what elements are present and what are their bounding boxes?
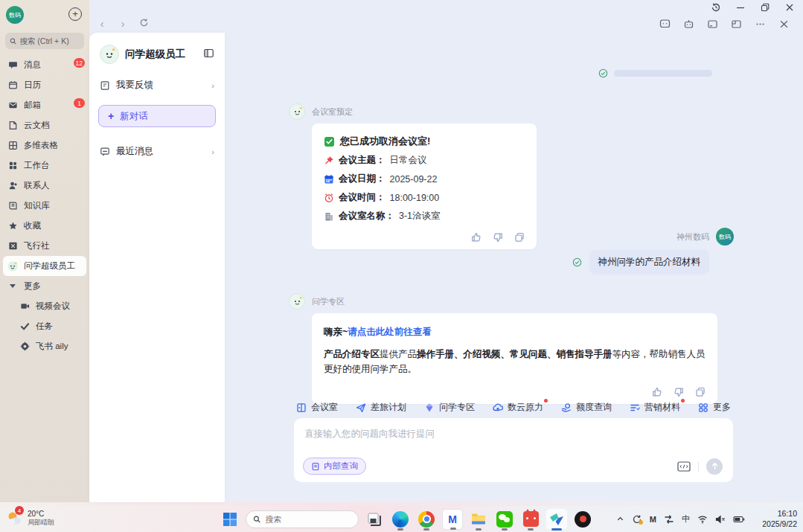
sidebar-item-knowledge[interactable]: 知识库 — [0, 196, 89, 216]
quick-action-more[interactable]: 更多 — [698, 401, 731, 414]
close-panel-icon[interactable] — [778, 18, 790, 30]
sidebar-item-assistant[interactable]: 问学超级员工 — [3, 256, 86, 276]
quick-action-travel-plan[interactable]: 差旅计划 — [356, 401, 406, 414]
quick-action-marketing[interactable]: 营销材料 — [630, 401, 680, 414]
feedback-item[interactable]: 我要反馈 › — [89, 71, 225, 99]
refresh-icon[interactable] — [138, 18, 149, 30]
red-cat-app[interactable] — [520, 509, 541, 530]
minimize-icon[interactable] — [735, 1, 746, 13]
meeting-card: 您已成功取消会议室! 会议主题： 日常会议 会议日期： 2025-09-22 会… — [312, 124, 537, 249]
taskbar-clock[interactable]: 16:10 2025/9/22 — [762, 509, 797, 529]
restore-icon[interactable] — [759, 1, 771, 13]
quick-action-quota[interactable]: 额度查询 — [561, 401, 612, 414]
recorder-app[interactable] — [572, 509, 593, 530]
sidebar-item-video-meeting[interactable]: 视频会议 — [0, 296, 89, 316]
quick-actions-bar: 会议室 差旅计划 问学专区 数云原力 额度查询 营销材料 更多 — [296, 401, 731, 414]
mini-window-icon[interactable] — [706, 18, 718, 30]
m-app-icon: M — [448, 513, 457, 525]
taskbar-weather[interactable]: 4 20°C 局部晴朗 — [4, 508, 54, 528]
add-icon[interactable]: + — [68, 7, 82, 21]
alarm-clock-icon — [324, 193, 334, 203]
chat-input[interactable] — [304, 429, 723, 439]
sidebar-item-aily[interactable]: 飞书 aily — [0, 336, 89, 356]
send-button[interactable] — [706, 458, 723, 475]
sidebar-item-tasks[interactable]: 任务 — [0, 316, 89, 336]
network-activity-icon[interactable] — [664, 515, 674, 524]
message-icon[interactable] — [659, 18, 671, 30]
user-message: 神州数码 数码 神州问学的产品介绍材料 — [572, 228, 735, 275]
m-app[interactable]: M — [442, 509, 463, 530]
thumbs-down-icon[interactable] — [493, 232, 503, 243]
taskbar-search[interactable] — [246, 510, 359, 528]
copy-icon[interactable] — [695, 387, 706, 397]
shortcut-commands-icon[interactable] — [677, 461, 691, 472]
volume-muted-icon[interactable] — [715, 515, 726, 524]
sync-status-icon[interactable] — [632, 514, 642, 525]
sidebar-item-contacts[interactable]: 联系人 — [0, 176, 89, 196]
sidebar-item-label: 日历 — [24, 80, 41, 91]
meeting-time-row: 会议时间： 18:00-19:00 — [324, 191, 525, 204]
sidebar-item-base[interactable]: 多维表格 — [0, 135, 89, 156]
bold-text: 操作手册、介绍视频、常见问题、销售指导手册 — [417, 349, 612, 359]
thumbs-down-icon[interactable] — [674, 387, 684, 397]
chrome-app[interactable] — [416, 509, 437, 530]
unread-badge: 12 — [74, 58, 85, 68]
file-explorer-app[interactable] — [468, 509, 489, 530]
new-chat-button[interactable]: + 新对话 — [98, 105, 216, 127]
more-icon[interactable] — [754, 18, 766, 30]
robot-icon[interactable] — [682, 18, 694, 30]
taskbar-search-input[interactable] — [266, 515, 352, 524]
sidebar-item-feixingshe[interactable]: 飞行社 — [0, 236, 89, 256]
sidebar-item-mail[interactable]: 邮箱 1 — [0, 95, 89, 115]
message-actions — [324, 387, 706, 397]
quick-action-meeting-room[interactable]: 会议室 — [296, 401, 338, 414]
wechat-app[interactable] — [494, 509, 515, 530]
quick-action-zone[interactable]: 问学专区 — [424, 401, 475, 414]
copy-icon[interactable] — [514, 232, 525, 243]
m-tray-icon[interactable]: M — [650, 515, 656, 524]
user-avatar[interactable]: 数码 — [6, 6, 24, 24]
sidebar-item-calendar[interactable]: 日历 — [0, 75, 89, 95]
back-icon[interactable]: ‹ — [97, 18, 107, 30]
sidebar-item-label: 问学超级员工 — [24, 260, 75, 272]
task-view-button[interactable] — [364, 509, 385, 530]
thumbs-up-icon[interactable] — [652, 387, 662, 397]
search-input[interactable] — [19, 36, 80, 45]
start-button[interactable] — [220, 509, 240, 530]
sidebar-item-docs[interactable]: 云文档 — [0, 115, 89, 135]
close-window-icon[interactable] — [784, 1, 796, 13]
cloud-doc-icon — [7, 121, 18, 131]
bot-avatar[interactable] — [289, 293, 305, 310]
quick-action-label: 营销材料 — [644, 401, 680, 414]
sidebar-item-messages[interactable]: 消息 12 — [0, 55, 89, 75]
user-avatar[interactable]: 数码 — [716, 228, 734, 246]
go-view-link[interactable]: 请点击此处前往查看 — [348, 327, 432, 337]
field-label: 会议室名称： — [339, 210, 394, 222]
sidebar-item-workbench[interactable]: 工作台 — [0, 156, 89, 176]
search-icon — [10, 37, 16, 45]
weather-temp: 20°C — [28, 509, 54, 519]
battery-icon[interactable] — [733, 516, 745, 523]
history-icon[interactable] — [710, 1, 722, 13]
quick-action-label: 额度查询 — [576, 401, 612, 414]
collapse-panel-icon[interactable] — [203, 48, 214, 62]
thumbs-up-icon[interactable] — [471, 232, 482, 243]
feishu-app[interactable] — [546, 509, 567, 530]
sidebar-item-favorites[interactable]: 收藏 — [0, 216, 89, 236]
meeting-room-row: 会议室名称： 3-1洽谈室 — [324, 210, 525, 222]
bot-avatar[interactable] — [289, 103, 305, 120]
clock-date: 2025/9/22 — [762, 519, 797, 530]
quick-action-shuyun[interactable]: 数云原力 — [493, 401, 543, 414]
wifi-icon[interactable] — [697, 515, 708, 524]
zone-description: 产品介绍专区提供产品操作手册、介绍视频、常见问题、销售指导手册等内容，帮助销售人… — [324, 347, 706, 377]
recent-messages-item[interactable]: 最近消息 › — [89, 138, 225, 165]
internal-query-tag[interactable]: 内部查询 — [303, 458, 366, 475]
assistant-avatar-icon — [7, 261, 18, 272]
open-in-tab-icon[interactable] — [730, 18, 742, 30]
sidebar-item-more[interactable]: 更多 — [0, 276, 89, 296]
edge-app[interactable] — [390, 509, 411, 530]
ime-indicator[interactable]: 中 — [682, 513, 690, 525]
hidden-icons-chevron[interactable] — [616, 515, 624, 523]
global-search[interactable] — [5, 33, 84, 49]
forward-icon[interactable]: › — [118, 18, 128, 30]
